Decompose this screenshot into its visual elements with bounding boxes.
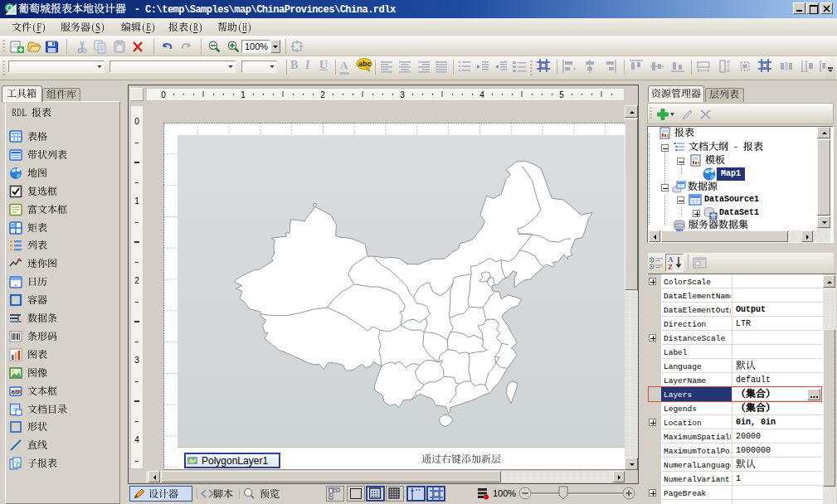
svg-text:3: 3 [134,356,139,365]
svg-text:1: 1 [241,90,246,99]
svg-text:2: 2 [134,276,139,285]
svg-text:Z: Z [668,263,673,270]
svg-text:5: 5 [559,90,564,99]
svg-text:0: 0 [161,90,166,99]
svg-text:1: 1 [134,196,139,206]
svg-text:abc: abc [358,60,372,68]
svg-text:2: 2 [320,90,325,99]
svg-text:X: X [17,388,22,395]
svg-text:4: 4 [134,435,139,444]
svg-text:3: 3 [400,90,405,99]
svg-text:4: 4 [479,90,484,99]
svg-text:0: 0 [134,117,139,126]
